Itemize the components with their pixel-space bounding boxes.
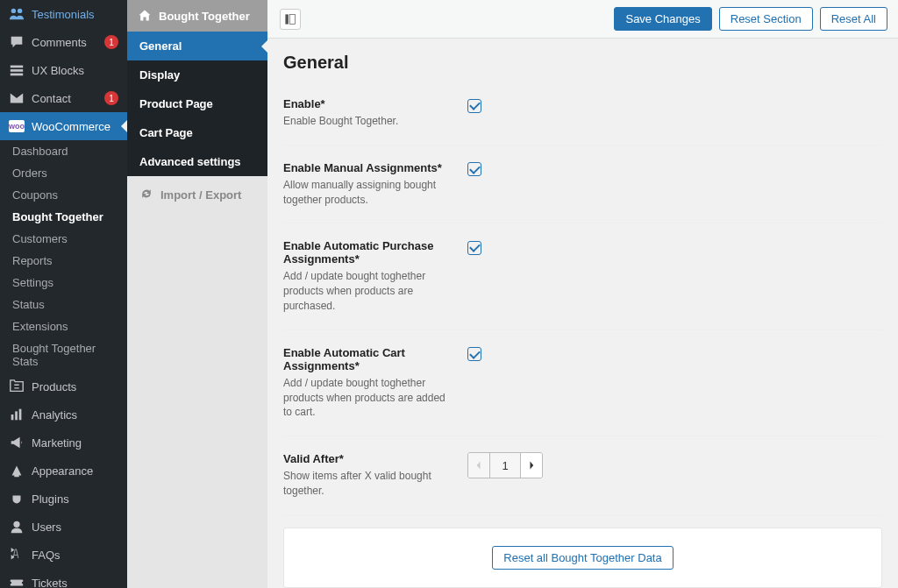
reset-all-button[interactable]: Reset All <box>820 7 887 31</box>
stepper-decrement[interactable] <box>468 453 489 478</box>
sidebar-subitem-reports[interactable]: Reports <box>0 250 127 272</box>
products-icon <box>9 379 25 394</box>
svg-rect-6 <box>15 411 18 420</box>
sidebar-label: Marketing <box>32 436 82 450</box>
users-icon <box>9 519 25 535</box>
sidebar-label: Plugins <box>32 492 69 506</box>
sidebar-label: Tickets <box>32 577 68 589</box>
sub-item-product-page[interactable]: Product Page <box>127 89 267 118</box>
field-title: Enable Automatic Purchase Assignments* <box>283 239 450 266</box>
badge: 1 <box>104 91 118 105</box>
svg-rect-2 <box>11 66 23 68</box>
sidebar-subitem-bought-together[interactable]: Bought Together <box>0 206 127 228</box>
svg-point-1 <box>18 9 22 13</box>
sidebar-item-woocommerce[interactable]: woo WooCommerce <box>0 112 127 140</box>
field-title: Valid After* <box>283 452 450 465</box>
sidebar-label: Analytics <box>32 408 77 422</box>
comments-icon <box>9 34 25 50</box>
svg-rect-9 <box>11 579 23 585</box>
appearance-icon <box>9 463 25 478</box>
sidebar-item-testimonials[interactable]: Testimonials <box>0 0 127 28</box>
settings-content: General Enable* Enable Bought Together. … <box>267 39 898 588</box>
manual-assignments-checkbox[interactable] <box>467 162 481 176</box>
sidebar-label: WooCommerce <box>32 120 110 133</box>
home-icon <box>138 9 152 23</box>
sidebar-item-analytics[interactable]: Analytics <box>0 400 127 429</box>
sidebar-item-tickets[interactable]: Tickets <box>0 569 127 588</box>
refresh-icon <box>139 187 153 203</box>
sub-item-advanced[interactable]: Advanced settings <box>127 147 267 176</box>
sidebar-item-contact[interactable]: Contact 1 <box>0 84 127 112</box>
stepper-value[interactable]: 1 <box>489 453 521 478</box>
field-auto-cart: Enable Automatic Cart Assignments* Add /… <box>283 330 882 436</box>
sidebar-item-plugins[interactable]: Plugins <box>0 485 127 513</box>
plugins-icon <box>9 491 25 507</box>
reset-section-button[interactable]: Reset Section <box>719 7 813 31</box>
svg-rect-13 <box>289 14 295 24</box>
sidebar-label: Comments <box>32 36 87 49</box>
sidebar-item-uxblocks[interactable]: UX Blocks <box>0 56 127 84</box>
reset-all-data-button[interactable]: Reset all Bought Together Data <box>492 546 673 570</box>
save-changes-button[interactable]: Save Changes <box>614 7 711 31</box>
contact-icon <box>9 90 25 106</box>
field-title: Enable Manual Assignments* <box>283 161 450 174</box>
field-desc: Add / update bought toghether products w… <box>283 269 450 313</box>
badge: 1 <box>104 35 118 49</box>
sidebar-subitem-extensions[interactable]: Extensions <box>0 315 127 337</box>
svg-rect-12 <box>285 14 289 24</box>
sub-sidebar-title-label: Bought Together <box>159 10 250 23</box>
topbar: Save Changes Reset Section Reset All <box>267 0 898 39</box>
sub-item-cart-page[interactable]: Cart Page <box>127 118 267 147</box>
field-manual-assignments: Enable Manual Assignments* Allow manuall… <box>283 145 882 224</box>
sub-item-general[interactable]: General <box>127 32 267 60</box>
toggle-layout-button[interactable] <box>280 9 301 30</box>
field-valid-after: Valid After* Show items after X valid bo… <box>283 436 882 515</box>
svg-rect-4 <box>11 74 23 76</box>
sidebar-label: Appearance <box>32 464 93 478</box>
sub-sidebar-title[interactable]: Bought Together <box>127 0 267 32</box>
field-desc: Allow manually assigning bought together… <box>283 178 450 208</box>
blocks-icon <box>9 62 25 78</box>
svg-rect-3 <box>11 69 23 72</box>
wp-admin-sidebar: Testimonials Comments 1 UX Blocks Contac… <box>0 0 127 588</box>
stepper-increment[interactable] <box>521 453 542 478</box>
sidebar-subitem-dashboard[interactable]: Dashboard <box>0 140 127 162</box>
field-title: Enable* <box>283 97 450 110</box>
enable-checkbox[interactable] <box>467 99 481 113</box>
sidebar-item-comments[interactable]: Comments 1 <box>0 28 127 56</box>
field-desc: Add / update bought toghether products w… <box>283 376 450 420</box>
sidebar-item-faqs[interactable]: FAQs <box>0 541 127 569</box>
sidebar-subitem-coupons[interactable]: Coupons <box>0 184 127 206</box>
auto-cart-checkbox[interactable] <box>467 347 481 361</box>
sub-item-display[interactable]: Display <box>127 60 267 89</box>
sidebar-item-marketing[interactable]: Marketing <box>0 429 127 457</box>
auto-purchase-checkbox[interactable] <box>467 241 481 255</box>
sidebar-subitem-status[interactable]: Status <box>0 294 127 315</box>
sidebar-item-appearance[interactable]: Appearance <box>0 457 127 485</box>
sidebar-subitem-stats[interactable]: Bought Together Stats <box>0 337 127 372</box>
svg-rect-7 <box>19 409 22 421</box>
import-export-label: Import / Export <box>160 188 241 202</box>
field-desc: Show items after X valid bought together… <box>283 469 450 499</box>
sub-item-import-export[interactable]: Import / Export <box>127 176 267 214</box>
svg-point-8 <box>13 521 19 528</box>
settings-sub-sidebar: Bought Together General Display Product … <box>127 0 267 588</box>
page-heading: General <box>283 53 882 73</box>
sidebar-subitem-customers[interactable]: Customers <box>0 228 127 250</box>
sidebar-subitem-settings[interactable]: Settings <box>0 272 127 294</box>
sidebar-subitem-orders[interactable]: Orders <box>0 162 127 184</box>
valid-after-stepper: 1 <box>467 452 543 478</box>
svg-point-11 <box>22 582 25 584</box>
field-title: Enable Automatic Cart Assignments* <box>283 346 450 372</box>
sidebar-label: UX Blocks <box>32 64 84 77</box>
field-auto-purchase: Enable Automatic Purchase Assignments* A… <box>283 223 882 329</box>
woocommerce-icon: woo <box>9 118 25 134</box>
sidebar-item-users[interactable]: Users <box>0 513 127 541</box>
svg-point-10 <box>9 582 11 584</box>
main-content: Save Changes Reset Section Reset All Gen… <box>267 0 898 588</box>
field-enable: Enable* Enable Bought Together. <box>283 94 882 145</box>
sidebar-label: FAQs <box>32 549 61 562</box>
sidebar-label: Testimonials <box>32 8 95 21</box>
faqs-icon <box>9 547 25 563</box>
sidebar-item-products[interactable]: Products <box>0 372 127 400</box>
